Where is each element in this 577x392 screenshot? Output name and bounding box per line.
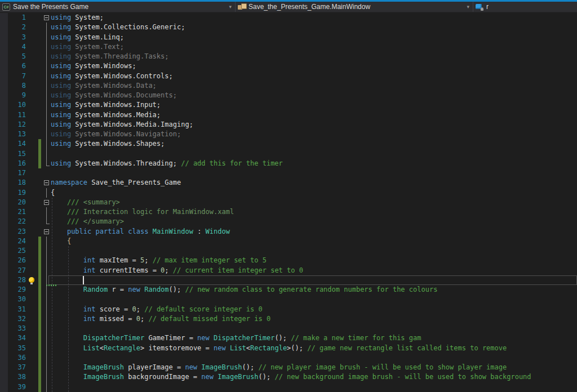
code-line[interactable]: 2using System.Collections.Generic;: [0, 23, 577, 32]
glyph-margin[interactable]: [26, 333, 37, 343]
code-line[interactable]: 10using System.Windows.Input;: [0, 100, 577, 110]
glyph-margin[interactable]: [26, 120, 37, 130]
code-text[interactable]: using System.Windows.Media.Imaging;: [51, 120, 577, 130]
glyph-margin[interactable]: [26, 130, 37, 139]
glyph-margin[interactable]: [26, 198, 37, 207]
code-text[interactable]: int maxItem = 5; // max item integer set…: [51, 256, 577, 265]
glyph-margin[interactable]: [26, 207, 37, 217]
code-line[interactable]: 6using System.Windows;: [0, 61, 577, 71]
code-text[interactable]: [51, 324, 577, 333]
glyph-margin[interactable]: [26, 81, 37, 91]
glyph-margin[interactable]: [26, 168, 37, 178]
code-text[interactable]: int currentItems = 0; // current item in…: [51, 266, 577, 275]
code-text[interactable]: {: [51, 188, 577, 198]
glyph-margin[interactable]: [26, 33, 37, 42]
code-text[interactable]: [51, 295, 577, 304]
code-line[interactable]: 37 ImageBrush playerImage = new ImageBru…: [0, 363, 577, 372]
glyph-margin[interactable]: [26, 256, 37, 265]
lightbulb-icon[interactable]: [29, 277, 34, 283]
code-text[interactable]: [51, 353, 577, 363]
code-line[interactable]: 16using System.Windows.Threading; // add…: [0, 159, 577, 168]
glyph-margin[interactable]: [26, 363, 37, 372]
code-line[interactable]: 28: [0, 275, 577, 285]
glyph-margin[interactable]: [26, 149, 37, 159]
code-line[interactable]: 23 public partial class MainWindow : Win…: [0, 227, 577, 237]
code-line[interactable]: 27 int currentItems = 0; // current item…: [0, 266, 577, 275]
code-text[interactable]: ImageBrush backgroundImage = new ImageBr…: [51, 372, 577, 382]
glyph-margin[interactable]: [26, 13, 37, 23]
code-line[interactable]: 30: [0, 295, 577, 304]
code-text[interactable]: List<Rectangle> itemstoremove = new List…: [51, 344, 577, 353]
code-line[interactable]: 31 int score = 0; // default score integ…: [0, 305, 577, 314]
glyph-margin[interactable]: [26, 42, 37, 52]
glyph-margin[interactable]: [26, 353, 37, 363]
code-area[interactable]: 1using System;2using System.Collections.…: [0, 13, 577, 392]
glyph-margin[interactable]: [26, 72, 37, 81]
code-text[interactable]: int missed = 0; // default missed intege…: [51, 314, 577, 324]
code-line[interactable]: 26 int maxItem = 5; // max item integer …: [0, 256, 577, 265]
code-text[interactable]: using System.Windows;: [51, 61, 577, 71]
glyph-margin[interactable]: [26, 285, 37, 295]
code-line[interactable]: 14using System.Windows.Shapes;: [0, 139, 577, 149]
code-text[interactable]: using System.Windows.Documents;: [51, 91, 577, 100]
code-text[interactable]: namespace Save_the_Presents_Game: [51, 178, 577, 188]
code-text[interactable]: using System.Text;: [51, 42, 577, 52]
glyph-margin[interactable]: [26, 110, 37, 120]
code-line[interactable]: 3using System.Linq;: [0, 33, 577, 42]
code-text[interactable]: using System;: [51, 13, 577, 23]
glyph-margin[interactable]: [26, 159, 37, 168]
code-text[interactable]: using System.Windows.Shapes;: [51, 139, 577, 149]
code-text[interactable]: using System.Windows.Data;: [51, 81, 577, 91]
code-line[interactable]: 35 List<Rectangle> itemstoremove = new L…: [0, 344, 577, 353]
code-line[interactable]: 39: [0, 382, 577, 392]
glyph-margin[interactable]: [26, 100, 37, 110]
code-text[interactable]: Random r = new Random(); // new random c…: [51, 285, 577, 295]
code-line[interactable]: 12using System.Windows.Media.Imaging;: [0, 120, 577, 130]
code-line[interactable]: 9using System.Windows.Documents;: [0, 91, 577, 100]
code-line[interactable]: 11using System.Windows.Media;: [0, 110, 577, 120]
project-dropdown[interactable]: C# Save the Presents Game ▾: [0, 2, 235, 12]
code-text[interactable]: using System.Windows.Controls;: [51, 72, 577, 81]
collapse-toggle-icon[interactable]: [44, 180, 49, 185]
code-line[interactable]: 8using System.Windows.Data;: [0, 81, 577, 91]
code-text[interactable]: int score = 0; // default score integer …: [51, 305, 577, 314]
glyph-margin[interactable]: [26, 382, 37, 392]
code-line[interactable]: 19{: [0, 188, 577, 198]
code-text[interactable]: [51, 168, 577, 178]
glyph-margin[interactable]: [26, 266, 37, 275]
code-line[interactable]: 20 /// <summary>: [0, 198, 577, 207]
code-line[interactable]: 34 DispatcherTimer GameTimer = new Dispa…: [0, 333, 577, 343]
code-line[interactable]: 18namespace Save_the_Presents_Game: [0, 178, 577, 188]
code-text[interactable]: [48, 275, 577, 285]
type-dropdown[interactable]: Save_the_Presents_Game.MainWindow ▾: [236, 2, 473, 12]
code-text[interactable]: using System.Linq;: [51, 33, 577, 42]
chevron-down-icon[interactable]: ▾: [229, 4, 232, 10]
collapse-toggle-icon[interactable]: [44, 200, 49, 205]
glyph-margin[interactable]: [26, 305, 37, 314]
code-text[interactable]: /// <summary>: [51, 198, 577, 207]
code-line[interactable]: 13using System.Windows.Navigation;: [0, 130, 577, 139]
glyph-margin[interactable]: [26, 314, 37, 324]
code-text[interactable]: [51, 246, 577, 256]
code-line[interactable]: 22 /// </summary>: [0, 217, 577, 226]
glyph-margin[interactable]: [26, 372, 37, 382]
code-text[interactable]: ImageBrush playerImage = new ImageBrush(…: [51, 363, 577, 372]
glyph-margin[interactable]: [26, 324, 37, 333]
code-line[interactable]: 33: [0, 324, 577, 333]
code-line[interactable]: 17: [0, 168, 577, 178]
glyph-margin[interactable]: [26, 217, 37, 226]
code-line[interactable]: 15: [0, 149, 577, 159]
code-line[interactable]: 38 ImageBrush backgroundImage = new Imag…: [0, 372, 577, 382]
code-text[interactable]: using System.Windows.Media;: [51, 110, 577, 120]
code-text[interactable]: using System.Threading.Tasks;: [51, 52, 577, 61]
code-text[interactable]: /// </summary>: [51, 217, 577, 226]
code-line[interactable]: 1using System;: [0, 13, 577, 23]
code-text[interactable]: DispatcherTimer GameTimer = new Dispatch…: [51, 333, 577, 343]
glyph-margin[interactable]: [26, 275, 37, 285]
glyph-margin[interactable]: [26, 237, 37, 246]
code-line[interactable]: 29 Random r = new Random(); // new rando…: [0, 285, 577, 295]
code-text[interactable]: [51, 382, 577, 392]
glyph-margin[interactable]: [26, 227, 37, 237]
code-line[interactable]: 4using System.Text;: [0, 42, 577, 52]
glyph-margin[interactable]: [26, 52, 37, 61]
